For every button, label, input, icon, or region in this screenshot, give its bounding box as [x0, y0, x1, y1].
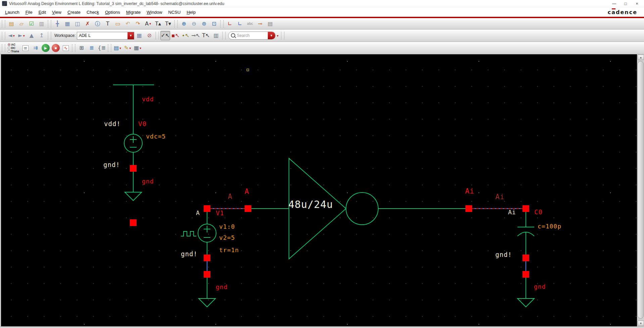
text-selection-button[interactable]: T↖ — [201, 31, 211, 40]
copy-button[interactable]: ▦ — [63, 19, 72, 29]
edit-in-place-button[interactable]: ▭ — [113, 19, 122, 29]
v1-pulse-source[interactable] — [181, 212, 216, 255]
restore-button[interactable]: □ — [620, 0, 631, 7]
hierarchy-editor-button[interactable]: ▥ — [211, 31, 221, 40]
schematic-label-ai[interactable]: Ai — [508, 209, 516, 216]
save-workspace-button[interactable]: ▦ — [135, 31, 144, 40]
menu-item-create[interactable]: Create — [64, 8, 84, 16]
analysis-radio-trans[interactable]: Trans — [8, 50, 19, 53]
schematic-label-gnd[interactable]: gnd — [216, 283, 228, 290]
create-wire-name-button[interactable]: abc — [245, 19, 255, 29]
schematic-label-tr1n[interactable]: tr=1n — [219, 247, 239, 254]
calculator-button[interactable]: ⊞ — [77, 43, 86, 53]
c0-capacitor[interactable] — [517, 212, 534, 255]
netlist-button[interactable]: ⇉ — [31, 43, 40, 53]
schematic-label-gnd[interactable]: gnd! — [181, 250, 198, 258]
schematic-label-v1[interactable]: V1 — [216, 209, 224, 217]
toolbar-grip[interactable] — [281, 32, 285, 39]
menu-item-help[interactable]: Help — [184, 8, 199, 16]
schematic-canvas[interactable]: vddvdd!V0vdc=5gnd!gndAV1v1:0v2=5tr=1ngnd… — [1, 54, 637, 326]
menu-item-migrate[interactable]: Migrate — [123, 8, 144, 16]
schematic-label-gnd[interactable]: gnd! — [103, 161, 120, 168]
schematic-label-gnd[interactable]: gnd! — [495, 251, 512, 258]
dropdown-arrow-icon[interactable]: ▾ — [140, 46, 141, 50]
pin-squares[interactable] — [130, 165, 529, 278]
selection-filter-partial-button[interactable]: ▪↖ — [171, 31, 180, 40]
schematic-label-c100p[interactable]: c=100p — [538, 223, 561, 230]
menu-item-launch[interactable]: Launch — [2, 8, 22, 16]
schematic-label-vdd[interactable]: vdd! — [104, 120, 121, 127]
menu-item-options[interactable]: Options — [102, 8, 123, 16]
stretch-button[interactable]: ◫ — [73, 19, 82, 29]
probe-selection-button[interactable]: ⊸↖ — [191, 31, 201, 40]
forward-button[interactable]: ►▾ — [17, 31, 26, 40]
toolbar-grip[interactable] — [155, 32, 159, 39]
probe-circuit-button[interactable]: ▦▾ — [133, 43, 142, 53]
analysis-radio-ac[interactable]: AC — [8, 43, 19, 46]
v0-vdc-source[interactable] — [124, 85, 142, 192]
plot-waveform-button[interactable]: ∿ — [61, 43, 70, 53]
analysis-radio-dc[interactable]: DC — [8, 46, 19, 50]
toolbar-grip[interactable] — [220, 20, 224, 28]
go-to-top-button[interactable]: ↥ — [37, 31, 46, 40]
schematic-label-a[interactable]: A — [245, 187, 249, 196]
schematic-label-ai[interactable]: Ai — [495, 193, 504, 201]
create-wire-button[interactable]: ∟ — [225, 19, 235, 29]
gnd-symbol-c0[interactable] — [517, 278, 534, 307]
results-browser-button[interactable]: ≣ — [87, 43, 96, 53]
back-button[interactable]: ◄▾ — [7, 31, 16, 40]
scroll-up-icon[interactable]: ▲ — [638, 55, 644, 60]
zoom-out-button[interactable]: ⊖ — [189, 19, 199, 29]
netlist-and-run-button[interactable]: ▤▾ — [113, 43, 122, 53]
menu-item-edit[interactable]: Edit — [36, 8, 49, 16]
stop-simulation-button[interactable]: ■ — [52, 44, 60, 52]
toolbar-grip[interactable] — [108, 44, 111, 52]
dropdown-arrow-icon[interactable]: ▾ — [23, 34, 25, 38]
horizontal-scrollbar[interactable] — [0, 326, 644, 328]
wire-selection-button[interactable]: ∙↖ — [181, 31, 190, 40]
toolbar-grip[interactable] — [222, 32, 226, 39]
toolbar-grip[interactable] — [2, 44, 5, 52]
find-button[interactable]: A▾ — [143, 19, 153, 29]
selection-filter-full-button[interactable]: ✓↖ — [160, 31, 170, 40]
zoom-selected-button[interactable]: ⊚ — [199, 19, 209, 29]
create-note-button[interactable]: ▤ — [265, 19, 275, 29]
schematic-label-vdc5[interactable]: vdc=5 — [146, 133, 166, 140]
menu-item-file[interactable]: File — [22, 8, 36, 16]
toolbar-grip[interactable] — [174, 20, 178, 28]
schematic-label-v10[interactable]: v1:0 — [219, 223, 235, 230]
toolbar-grip[interactable] — [48, 20, 51, 28]
create-wide-wire-button[interactable]: ∟ — [235, 19, 245, 29]
ascend-button[interactable]: T▴ — [153, 19, 163, 29]
schematic-label-v0[interactable]: V0 — [138, 120, 147, 127]
search-box[interactable]: ▼ — [228, 32, 276, 40]
schematic-label-a[interactable]: A — [196, 209, 200, 216]
dropdown-arrow-icon[interactable]: ▾ — [13, 34, 15, 38]
open-button[interactable]: ▱ — [17, 19, 26, 29]
zoom-in-button[interactable]: ⊕ — [179, 19, 189, 29]
close-button[interactable]: × — [631, 0, 643, 7]
redo-button[interactable]: ↷ — [133, 19, 143, 29]
schematic-label-a[interactable]: A — [228, 193, 233, 201]
gnd-symbol-v0[interactable] — [125, 192, 142, 201]
edit-labels-button[interactable]: T — [103, 19, 112, 29]
move-button[interactable]: ╋ — [53, 19, 62, 29]
search-input[interactable] — [236, 33, 268, 38]
inverter-symbol[interactable] — [251, 158, 465, 259]
schematic-label-ai[interactable]: Ai — [465, 187, 474, 195]
undo-button[interactable]: ↶ — [123, 19, 133, 29]
save-button[interactable]: ▥ — [37, 19, 46, 29]
menu-item-view[interactable]: View — [49, 8, 64, 16]
dropdown-arrow-icon[interactable]: ▾ — [129, 46, 131, 50]
descend-button[interactable]: T▾ — [163, 19, 173, 29]
minimize-button[interactable]: — — [608, 0, 620, 7]
schematic-label-vdd[interactable]: vdd — [142, 96, 154, 103]
schematic-label-c0[interactable]: C0 — [534, 208, 543, 216]
edit-file-button[interactable]: ✎▾ — [123, 43, 132, 53]
check-and-save-button[interactable]: ☑ — [27, 19, 36, 29]
combobox-dropdown-icon[interactable]: ▼ — [128, 32, 134, 39]
schematic-label-48u24u[interactable]: 48u/24u — [288, 199, 333, 210]
create-pin-button[interactable]: ⊸ — [255, 19, 265, 29]
menu-item-check[interactable]: Check — [84, 8, 102, 16]
up-button[interactable]: ▲ — [27, 31, 36, 40]
